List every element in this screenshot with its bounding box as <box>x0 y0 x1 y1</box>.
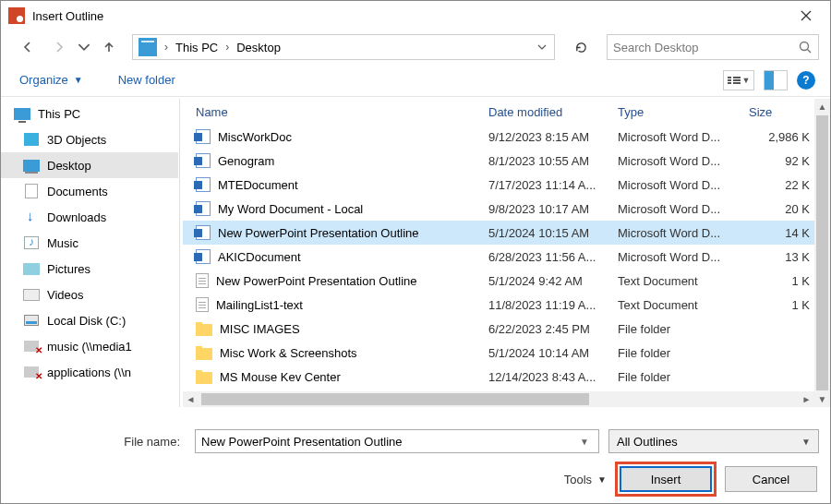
file-row[interactable]: MTEDocument7/17/2023 11:14 A...Microsoft… <box>183 173 830 197</box>
organize-menu[interactable]: Organize▼ <box>16 69 87 90</box>
file-date: 12/14/2023 8:43 A... <box>483 370 612 384</box>
close-button[interactable] <box>786 2 826 30</box>
tree-item[interactable]: music (\\media1 <box>1 333 178 359</box>
search-box[interactable] <box>607 34 819 60</box>
file-row[interactable]: MailingList1-text11/8/2023 11:19 A...Tex… <box>183 293 830 317</box>
tree-label: Desktop <box>47 159 91 173</box>
forward-button[interactable] <box>45 34 73 60</box>
svg-point-2 <box>801 42 809 51</box>
file-row[interactable]: New PowerPoint Presentation Outline5/1/2… <box>183 221 830 245</box>
svg-line-3 <box>808 50 812 54</box>
tree-item[interactable]: applications (\\n <box>1 359 178 385</box>
horizontal-scrollbar[interactable]: ◄► <box>183 391 814 407</box>
file-name: MISC IMAGES <box>220 322 300 336</box>
file-name: AKICDocument <box>218 250 301 264</box>
tools-menu[interactable]: Tools▼ <box>564 473 607 486</box>
file-row[interactable]: MiscWorkDoc9/12/2023 8:15 AMMicrosoft Wo… <box>183 125 830 149</box>
column-date[interactable]: Date modified <box>483 99 612 125</box>
powerpoint-icon <box>8 7 25 24</box>
netx-icon <box>24 366 39 378</box>
scrollbar-thumb[interactable] <box>201 393 589 405</box>
tree-label: Documents <box>47 185 108 198</box>
up-button[interactable] <box>95 34 123 60</box>
tree-item[interactable]: 3D Objects <box>1 126 178 152</box>
tree-label: Music <box>47 236 78 250</box>
back-button[interactable] <box>14 34 42 60</box>
file-type: Microsoft Word D... <box>612 178 743 192</box>
file-row[interactable]: Genogram8/1/2023 10:55 AMMicrosoft Word … <box>183 149 830 173</box>
file-row[interactable]: AKICDocument6/28/2023 11:56 A...Microsof… <box>183 245 830 269</box>
tree-item[interactable]: Documents <box>1 178 178 204</box>
preview-pane-button[interactable] <box>764 70 788 90</box>
file-date: 7/17/2023 11:14 A... <box>483 178 612 192</box>
file-size: 1 K <box>743 298 813 312</box>
tree-label: music (\\media1 <box>47 340 132 354</box>
file-row[interactable]: New PowerPoint Presentation Outline5/1/2… <box>183 269 830 293</box>
breadcrumb-segment[interactable]: This PC <box>172 41 222 54</box>
file-size: 22 K <box>743 178 813 192</box>
file-row[interactable]: Misc Work & Screenshots5/1/2024 10:14 AM… <box>183 341 830 365</box>
tree-item-this-pc[interactable]: This PC <box>1 101 178 126</box>
breadcrumb-segment[interactable]: Desktop <box>233 41 284 54</box>
netx-icon <box>24 341 39 352</box>
column-type[interactable]: Type <box>612 99 743 125</box>
file-name: MiscWorkDoc <box>218 130 292 144</box>
tree-item[interactable]: Videos <box>1 282 178 307</box>
music-icon <box>24 236 39 249</box>
new-folder-button[interactable]: New folder <box>114 69 179 90</box>
filename-combobox[interactable]: ▼ <box>195 429 599 453</box>
recent-dropdown[interactable] <box>77 34 91 60</box>
cancel-button[interactable]: Cancel <box>725 466 817 492</box>
help-button[interactable]: ? <box>797 71 815 90</box>
tree-item[interactable]: Local Disk (C:) <box>1 307 178 333</box>
file-list[interactable]: MiscWorkDoc9/12/2023 8:15 AMMicrosoft Wo… <box>183 125 830 407</box>
file-row[interactable]: MISC IMAGES6/22/2023 2:45 PMFile folder <box>183 317 830 341</box>
chevron-down-icon[interactable]: ▼ <box>576 437 593 447</box>
word-icon <box>196 153 211 168</box>
search-input[interactable] <box>613 41 798 54</box>
column-size[interactable]: Size <box>743 99 813 125</box>
file-name: Genogram <box>218 154 274 168</box>
desktop-icon <box>23 160 40 172</box>
folder-icon <box>196 372 212 384</box>
file-date: 5/1/2024 9:42 AM <box>483 274 612 288</box>
column-headers[interactable]: Name Date modified Type Size <box>183 99 830 125</box>
file-name: MS Mouse Kev Center <box>220 370 341 384</box>
word-icon <box>196 129 211 144</box>
filename-label: File name: <box>12 435 186 449</box>
tree-item[interactable]: Downloads <box>1 204 178 230</box>
close-icon <box>801 10 812 21</box>
outer-scrollbar[interactable]: ▲▼ <box>814 99 830 407</box>
insert-button[interactable]: Insert <box>620 466 712 492</box>
word-icon <box>196 249 211 264</box>
file-size: 2,986 K <box>743 130 813 144</box>
tree-label: This PC <box>38 107 80 121</box>
file-type: Text Document <box>612 298 743 312</box>
tree-item[interactable]: Pictures <box>1 256 178 282</box>
file-size: 14 K <box>743 226 813 240</box>
nav-tree[interactable]: This PC 3D ObjectsDesktopDocumentsDownlo… <box>1 99 178 407</box>
view-options-button[interactable]: ▼ <box>723 70 754 90</box>
tree-item[interactable]: Desktop <box>1 152 178 178</box>
file-type: Microsoft Word D... <box>612 250 743 264</box>
breadcrumb-dropdown[interactable] <box>532 44 552 50</box>
tree-label: Videos <box>47 288 84 302</box>
word-icon <box>196 177 211 192</box>
filetype-filter[interactable]: All Outlines ▼ <box>608 429 819 453</box>
column-name[interactable]: Name <box>183 99 483 125</box>
breadcrumb[interactable]: › This PC › Desktop <box>132 34 555 60</box>
txt-icon <box>196 297 209 312</box>
file-date: 9/8/2023 10:17 AM <box>483 202 612 216</box>
file-size: 20 K <box>743 202 813 216</box>
tree-label: 3D Objects <box>47 133 106 147</box>
vid-icon <box>23 289 40 301</box>
file-row[interactable]: MS Mouse Kev Center12/14/2023 8:43 A...F… <box>183 365 830 389</box>
file-name: MTEDocument <box>218 178 298 192</box>
doc-icon <box>25 184 38 198</box>
refresh-button[interactable] <box>568 34 594 60</box>
filename-input[interactable] <box>201 435 576 449</box>
file-name: New PowerPoint Presentation Outline <box>216 274 417 288</box>
tree-item[interactable]: Music <box>1 230 178 256</box>
filter-label: All Outlines <box>617 435 678 449</box>
file-row[interactable]: My Word Document - Local9/8/2023 10:17 A… <box>183 197 830 221</box>
